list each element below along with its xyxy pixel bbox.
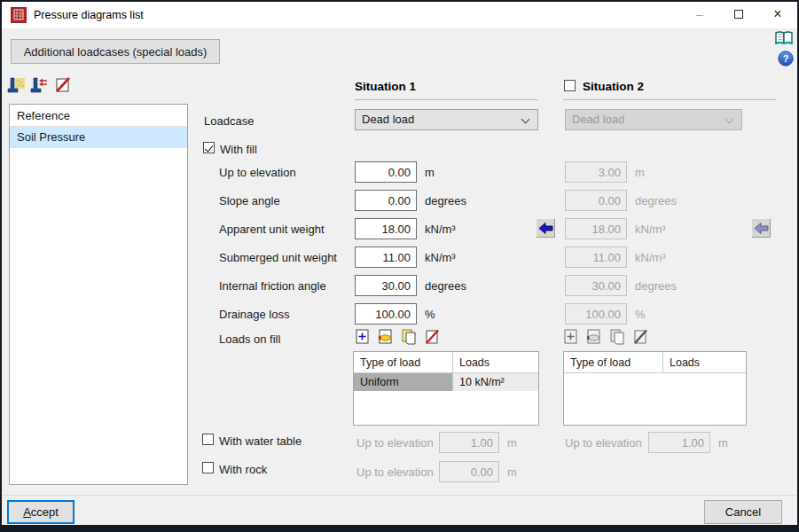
copy-icon[interactable] <box>401 329 417 345</box>
drainage-loss-unit-s2: % <box>635 308 646 321</box>
up-to-elevation-input-s1[interactable] <box>355 161 417 183</box>
table-row-uniform[interactable]: Uniform 10 kN/m² <box>354 373 538 391</box>
accept-button[interactable]: Accept <box>7 500 74 524</box>
wall-pressure-icon[interactable] <box>30 76 50 94</box>
loads-table-s1: Type of load Loads Uniform 10 kN/m² <box>353 351 539 426</box>
situation2-title: Situation 2 <box>583 80 644 93</box>
cancel-button[interactable]: Cancel <box>704 500 782 524</box>
with-water-table-label: With water table <box>219 434 302 448</box>
slope-angle-unit-s1: degrees <box>425 194 466 207</box>
up-to-elevation-label: Up to elevation <box>219 166 296 179</box>
chevron-down-icon <box>725 115 734 124</box>
apparent-unit-weight-unit-s1: kN/m³ <box>425 223 456 236</box>
rock-up-to-elevation-label-s1: Up to elevation <box>356 466 434 479</box>
manual-book-icon[interactable] <box>775 30 794 50</box>
loadcase-value-s2: Dead load <box>572 113 624 126</box>
additional-loadcases-button[interactable]: Additional loadcases (special loads) <box>11 39 220 64</box>
copy-from-right-button-s1[interactable] <box>536 218 555 238</box>
rock-up-to-elevation-unit-s1: m <box>507 466 517 479</box>
pressure-diagram-list: Reference Soil Pressure <box>9 104 188 485</box>
apparent-unit-weight-unit-s2: kN/m³ <box>635 223 666 236</box>
with-water-table-checkbox[interactable] <box>202 434 214 445</box>
up-to-elevation-input-s2 <box>565 161 627 183</box>
apparent-unit-weight-label: Apparent unit weight <box>219 223 325 236</box>
copy-from-right-button-s2 <box>751 218 771 238</box>
loads-table-header: Type of load Loads <box>354 352 538 373</box>
loadcase-select-s2: Dead load <box>565 109 742 130</box>
drainage-loss-input-s1[interactable] <box>355 303 417 325</box>
loads-on-fill-label: Loads on fill <box>219 332 280 346</box>
slope-angle-input-s2 <box>565 190 627 211</box>
maximize-icon <box>734 10 743 19</box>
col-loads: Loads <box>663 352 746 372</box>
col-type-of-load: Type of load <box>354 352 453 372</box>
water-up-to-elevation-input-s2 <box>648 432 710 453</box>
cell-value: 10 kN/m² <box>453 373 538 391</box>
drainage-loss-input-s2 <box>565 303 627 325</box>
water-up-to-elevation-input-s1 <box>439 432 499 453</box>
delete-icon[interactable] <box>424 329 440 345</box>
with-fill-checkbox[interactable] <box>203 142 215 153</box>
with-rock-label: With rock <box>219 463 267 476</box>
water-up-to-elevation-label-s1: Up to elevation <box>356 436 434 450</box>
col-type-of-load: Type of load <box>564 352 663 372</box>
situation2-underline <box>563 99 776 100</box>
title-bar: Pressure diagrams list – × <box>2 2 797 28</box>
with-rock-checkbox[interactable] <box>202 462 214 473</box>
loadcase-label: Loadcase <box>204 114 254 128</box>
minimize-button[interactable]: – <box>680 2 719 28</box>
svg-text:?: ? <box>783 53 789 64</box>
window-title: Pressure diagrams list <box>34 2 144 28</box>
col-loads: Loads <box>453 352 538 372</box>
close-button[interactable]: × <box>758 2 797 28</box>
help-icon[interactable]: ? <box>778 51 794 70</box>
submerged-unit-weight-label: Submerged unit weight <box>219 251 337 264</box>
loadcase-select-s1[interactable]: Dead load <box>355 109 538 130</box>
submerged-unit-weight-input-s2 <box>565 246 627 268</box>
loadcase-value-s1: Dead load <box>362 113 414 126</box>
situation2-checkbox[interactable] <box>564 80 576 91</box>
slope-angle-unit-s2: degrees <box>635 194 677 207</box>
with-fill-label: With fill <box>220 143 257 156</box>
water-up-to-elevation-label-s2: Up to elevation <box>565 436 642 450</box>
cell-type: Uniform <box>354 373 453 391</box>
add-icon[interactable] <box>355 329 371 345</box>
up-to-elevation-unit-s2: m <box>635 166 645 179</box>
internal-friction-angle-unit-s1: degrees <box>425 279 466 293</box>
delete-diagram-icon[interactable] <box>53 76 73 94</box>
accept-label: Accept <box>9 505 73 519</box>
chevron-down-icon <box>521 115 530 124</box>
slope-angle-input-s1[interactable] <box>355 190 417 211</box>
internal-friction-angle-unit-s2: degrees <box>635 279 677 293</box>
situation1-underline <box>355 99 538 100</box>
submerged-unit-weight-unit-s1: kN/m³ <box>425 251 456 264</box>
edit-icon-disabled <box>586 329 602 345</box>
list-item-soil-pressure[interactable]: Soil Pressure <box>10 127 187 148</box>
add-icon-disabled <box>563 329 579 345</box>
water-up-to-elevation-unit-s1: m <box>507 436 517 450</box>
situation1-title: Situation 1 <box>355 80 416 93</box>
apparent-unit-weight-input-s2 <box>565 218 627 239</box>
loads-table-header: Type of load Loads <box>564 352 746 373</box>
internal-friction-angle-input-s2 <box>565 275 627 296</box>
internal-friction-angle-input-s1[interactable] <box>355 275 417 296</box>
submerged-unit-weight-unit-s2: kN/m³ <box>635 251 666 264</box>
water-up-to-elevation-unit-s2: m <box>718 436 728 450</box>
delete-icon-disabled <box>632 329 648 345</box>
footer-separator <box>2 495 797 496</box>
list-header-reference: Reference <box>10 105 187 127</box>
wall-fill-icon[interactable] <box>7 76 27 94</box>
maximize-button[interactable] <box>719 2 758 28</box>
slope-angle-label: Slope angle <box>219 194 280 207</box>
submerged-unit-weight-input-s1[interactable] <box>355 246 417 268</box>
internal-friction-angle-label: Internal friction angle <box>219 279 326 293</box>
drainage-loss-unit-s1: % <box>425 308 435 321</box>
edit-icon[interactable] <box>378 329 394 345</box>
up-to-elevation-unit-s1: m <box>425 166 435 179</box>
apparent-unit-weight-input-s1[interactable] <box>355 218 417 239</box>
app-icon <box>11 7 27 23</box>
rock-up-to-elevation-input-s1 <box>439 461 499 482</box>
dialog-pressure-diagrams-list: Pressure diagrams list – × Additional lo… <box>2 2 797 525</box>
loads-table-s2: Type of load Loads <box>563 351 747 426</box>
drainage-loss-label: Drainage loss <box>219 308 290 321</box>
